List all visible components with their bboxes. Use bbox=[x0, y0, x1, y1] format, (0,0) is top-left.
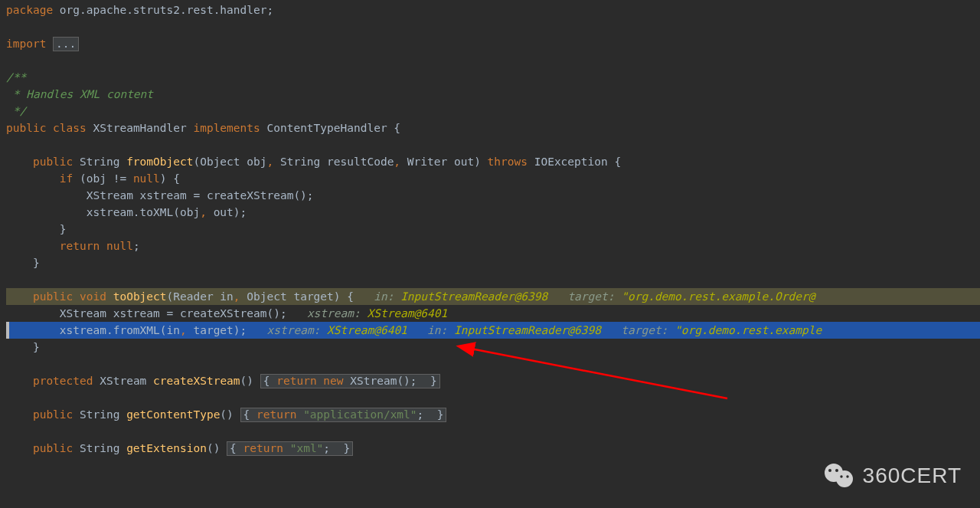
code-line: return null; bbox=[6, 238, 980, 254]
fold-region[interactable]: { return "application/xml"; } bbox=[240, 408, 447, 422]
keyword-import: import bbox=[6, 38, 53, 50]
package-name: org.apache.struts2.rest.handler bbox=[60, 4, 267, 16]
blank-line bbox=[6, 52, 980, 69]
code-line: public String fromObject(Object obj, Str… bbox=[6, 153, 980, 170]
debug-hint-xstream: xstream: bbox=[307, 307, 368, 320]
blank-line bbox=[6, 271, 980, 288]
blank-line bbox=[6, 423, 980, 440]
method-getContentType: getContentType bbox=[126, 408, 220, 421]
caret-indicator bbox=[6, 322, 9, 339]
debug-hint-in: in: bbox=[374, 290, 400, 303]
svg-point-7 bbox=[846, 475, 848, 477]
svg-point-4 bbox=[828, 469, 831, 472]
code-line: } bbox=[6, 339, 980, 356]
code-line: } bbox=[6, 221, 980, 238]
code-line-highlighted: public void toObject(Reader in, Object t… bbox=[6, 288, 980, 305]
svg-point-3 bbox=[836, 470, 853, 487]
svg-point-6 bbox=[840, 475, 842, 477]
execution-line: xstream.fromXML(in, target); xstream: XS… bbox=[6, 322, 980, 339]
code-line: public String getExtension() { return "x… bbox=[6, 440, 980, 457]
code-line: XStream xstream = createXStream(); xstre… bbox=[6, 305, 980, 322]
code-line: public String getContentType() { return … bbox=[6, 406, 980, 423]
code-line: import ... bbox=[6, 35, 980, 52]
blank-line bbox=[6, 389, 980, 406]
watermark-text: 360CERT bbox=[863, 467, 962, 484]
svg-point-5 bbox=[835, 469, 838, 472]
code-line: public class XStreamHandler implements C… bbox=[6, 120, 980, 136]
doc-line: * Handles XML content bbox=[6, 86, 980, 103]
code-line: } bbox=[6, 254, 980, 271]
doc-line: */ bbox=[6, 103, 980, 120]
blank-line bbox=[6, 18, 980, 35]
method-createXStream: createXStream bbox=[153, 375, 240, 387]
method-toObject: toObject bbox=[113, 290, 167, 303]
code-line: if (obj != null) { bbox=[6, 170, 980, 187]
code-line: protected XStream createXStream() { retu… bbox=[6, 372, 980, 389]
wechat-icon bbox=[823, 462, 855, 490]
code-editor[interactable]: package org.apache.struts2.rest.handler;… bbox=[0, 0, 980, 457]
fold-region[interactable]: { return "xml"; } bbox=[227, 441, 353, 456]
fold-region[interactable]: { return new XStream(); } bbox=[260, 374, 440, 388]
blank-line bbox=[6, 136, 980, 153]
method-getExtension: getExtension bbox=[126, 442, 207, 454]
watermark: 360CERT bbox=[823, 462, 962, 490]
method-fromObject: fromObject bbox=[126, 156, 193, 168]
code-line: XStream xstream = createXStream(); bbox=[6, 187, 980, 204]
blank-line bbox=[6, 356, 980, 372]
code-line: package org.apache.struts2.rest.handler; bbox=[6, 2, 980, 18]
import-fold[interactable]: ... bbox=[53, 37, 79, 51]
code-line: xstream.toXML(obj, out); bbox=[6, 204, 980, 221]
keyword-package: package bbox=[6, 4, 60, 16]
doc-line: /** bbox=[6, 69, 980, 86]
debug-hint-target: target: bbox=[567, 290, 621, 303]
